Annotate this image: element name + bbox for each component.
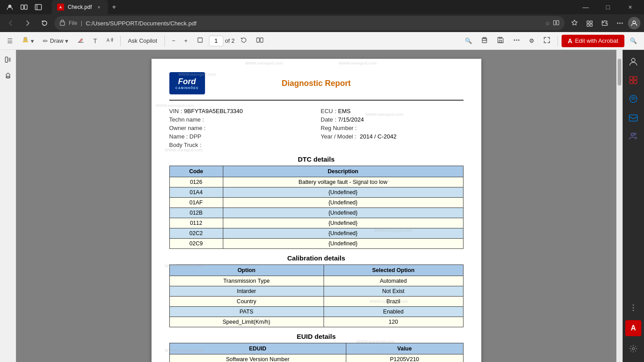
pdf-viewer[interactable]: WWW.waregod.com WWW.waregod.com WWW.ware… bbox=[16, 50, 616, 362]
ecu-label: ECU bbox=[321, 108, 333, 114]
table-row: Transmission TypeAutomated bbox=[169, 276, 463, 286]
read-aloud-icon: A bbox=[106, 37, 113, 45]
draw-btn[interactable]: ✏ Draw ▾ bbox=[39, 36, 72, 46]
back-btn[interactable] bbox=[4, 16, 18, 30]
collections-btn[interactable] bbox=[582, 16, 597, 30]
svg-rect-3 bbox=[35, 4, 41, 10]
extensions-btn[interactable] bbox=[598, 16, 612, 30]
search-right-icon: 🔍 bbox=[630, 37, 637, 44]
fit-btn[interactable] bbox=[193, 35, 207, 47]
svg-point-13 bbox=[619, 23, 621, 24]
profile-icon[interactable] bbox=[4, 1, 16, 13]
cal-col-option: Option bbox=[169, 265, 324, 276]
active-tab[interactable]: A Check.pdf × bbox=[52, 0, 108, 14]
table-row: 0126Battery voltage fault - Signal too l… bbox=[169, 177, 463, 187]
address-box[interactable]: File | C:/Users/SUPPORT/Documents/Check.… bbox=[54, 16, 565, 30]
svg-rect-19 bbox=[198, 38, 202, 42]
report-header: Ford CAMINHÕES Diagnostic Report bbox=[169, 72, 464, 101]
window-icons bbox=[4, 1, 45, 13]
draw-chevron-icon: ▾ bbox=[65, 37, 68, 45]
forward-btn[interactable] bbox=[21, 16, 35, 30]
table-row: Software Version NumberP1205V210 bbox=[169, 354, 463, 362]
svg-rect-20 bbox=[257, 38, 259, 42]
cal-selected: Not Exist bbox=[324, 286, 463, 297]
acrobat-side-icon[interactable]: A bbox=[625, 320, 641, 336]
svg-rect-7 bbox=[557, 20, 559, 25]
edge-teams-icon[interactable] bbox=[625, 128, 641, 144]
svg-rect-37 bbox=[634, 77, 637, 80]
close-btn[interactable]: × bbox=[620, 0, 640, 14]
read-aloud-btn[interactable]: A bbox=[103, 35, 117, 47]
print-icon bbox=[481, 37, 488, 45]
edge-copilot-icon[interactable] bbox=[625, 91, 641, 107]
svg-point-42 bbox=[631, 133, 634, 136]
new-tab-btn[interactable]: + bbox=[108, 0, 120, 14]
table-row: PATSEnabled bbox=[169, 307, 463, 317]
ecu-row: ECU : EMS bbox=[321, 108, 464, 114]
acrobat-icon: A bbox=[568, 37, 572, 45]
edge-settings-icon[interactable] bbox=[625, 341, 641, 357]
edit-acrobat-label: Edit with Acrobat bbox=[575, 37, 618, 44]
vin-value: 9BFYTA9A5EBL73340 bbox=[184, 108, 243, 114]
more-tools-btn[interactable] bbox=[509, 35, 524, 47]
settings-icon: ⚙ bbox=[529, 37, 534, 44]
zoom-in-btn[interactable]: + bbox=[180, 36, 191, 46]
spread-btn[interactable] bbox=[253, 35, 267, 47]
cal-col-selected: Selected Option bbox=[324, 265, 463, 276]
refresh-btn[interactable] bbox=[37, 16, 52, 30]
panel-tool-2[interactable] bbox=[2, 69, 14, 82]
fullscreen-btn[interactable] bbox=[540, 35, 554, 47]
erase-btn[interactable] bbox=[74, 35, 88, 47]
profile-avatar[interactable] bbox=[628, 17, 640, 29]
settings-btn[interactable]: ⚙ bbox=[525, 36, 538, 46]
cal-selected: Automated bbox=[324, 276, 463, 286]
edge-more-tools-icon[interactable] bbox=[625, 300, 641, 316]
page-input[interactable] bbox=[209, 36, 223, 46]
dtc-col-desc: Description bbox=[223, 166, 463, 177]
highlight-btn[interactable]: ▾ bbox=[18, 35, 37, 47]
edge-favorites-icon[interactable] bbox=[625, 72, 641, 88]
search-btn[interactable]: 🔍 bbox=[461, 36, 476, 46]
euid-section-title: EUID details bbox=[169, 333, 464, 340]
more-btn[interactable] bbox=[613, 16, 627, 30]
dtc-desc: {Undefined} bbox=[223, 228, 463, 239]
ford-logo-sub: CAMINHÕES bbox=[176, 86, 199, 89]
euid-val: P1205V210 bbox=[346, 354, 463, 362]
favorites-btn[interactable] bbox=[567, 16, 582, 30]
vertical-tabs-icon[interactable] bbox=[32, 1, 45, 13]
protocol-icon bbox=[60, 20, 65, 27]
edit-acrobat-btn[interactable]: A Edit with Acrobat bbox=[562, 35, 624, 47]
draw-icon: ✏ bbox=[43, 37, 48, 45]
techn-label: Techn name : bbox=[169, 116, 204, 123]
svg-point-43 bbox=[634, 133, 636, 135]
svg-rect-2 bbox=[25, 5, 27, 9]
table-row: IntarderNot Exist bbox=[169, 286, 463, 297]
text-btn[interactable]: T bbox=[90, 36, 101, 46]
minimize-btn[interactable]: — bbox=[575, 0, 596, 14]
svg-rect-6 bbox=[554, 20, 556, 25]
maximize-btn[interactable]: □ bbox=[598, 0, 618, 14]
scroll-thumb[interactable] bbox=[618, 59, 621, 85]
reading-view-icon[interactable] bbox=[553, 20, 559, 27]
zoom-out-btn[interactable]: − bbox=[168, 36, 179, 46]
edge-profile-icon[interactable] bbox=[625, 53, 641, 69]
print-btn[interactable] bbox=[477, 35, 492, 47]
tab-groups-icon[interactable] bbox=[18, 1, 30, 13]
protocol-label: File bbox=[69, 20, 77, 26]
tab-close-btn[interactable]: × bbox=[95, 4, 103, 11]
dtc-col-code: Code bbox=[169, 166, 223, 177]
euid-col-val: Value bbox=[346, 343, 463, 354]
save-btn[interactable] bbox=[493, 35, 508, 47]
star-icon[interactable]: ☆ bbox=[545, 20, 550, 27]
search-right-btn[interactable]: 🔍 bbox=[626, 36, 640, 46]
panel-tool-1[interactable] bbox=[2, 53, 14, 66]
ask-copilot-btn[interactable]: Ask Copilot bbox=[124, 36, 161, 46]
date-value: 7/15/2024 bbox=[338, 116, 364, 123]
scrollbar[interactable] bbox=[616, 50, 623, 362]
tools-menu-btn[interactable]: ☰ bbox=[4, 36, 16, 46]
svg-point-24 bbox=[486, 39, 487, 40]
edge-outlook-icon[interactable] bbox=[625, 110, 641, 126]
rotate-btn[interactable] bbox=[237, 35, 251, 47]
table-row: Speed_Limit(Km/h)120 bbox=[169, 317, 463, 327]
pdf-toolbar: ☰ ▾ ✏ Draw ▾ T A Ask Copilot − + bbox=[0, 32, 644, 50]
